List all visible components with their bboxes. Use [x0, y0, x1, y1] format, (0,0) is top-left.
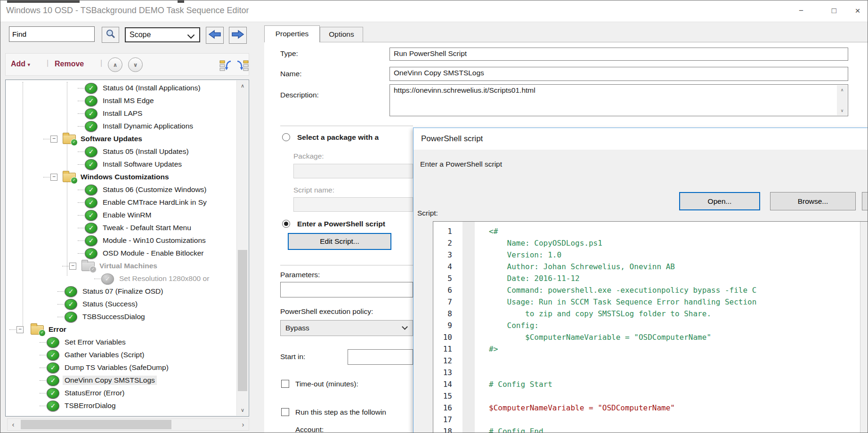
description-scrollbar[interactable]: ∧ ∨ — [837, 85, 847, 115]
tab-properties[interactable]: Properties — [264, 25, 320, 42]
tree-vertical-scrollbar[interactable]: ∧ ∨ — [236, 80, 248, 416]
clipped-button[interactable] — [862, 192, 868, 210]
scrollbar-thumb[interactable] — [21, 420, 171, 429]
minimize-button[interactable]: − — [791, 3, 811, 18]
scroll-right-icon[interactable]: › — [237, 419, 249, 430]
tree-item[interactable]: ✓TSBSuccessDialog — [6, 311, 236, 323]
editor-vertical-scrollbar[interactable] — [860, 222, 868, 433]
tree-item[interactable]: −✓Virtual Machines — [6, 260, 236, 273]
script-line: 18# Config End — [433, 425, 860, 433]
tree-item[interactable]: −✓Error — [6, 323, 236, 336]
tree-item[interactable]: −✓Windows Customizations — [6, 171, 236, 184]
tree-item-label: Dump TS Variables (SafeDump) — [63, 363, 170, 372]
tree-item[interactable]: ✓Tweak - Default Start Menu — [6, 222, 236, 234]
scroll-up-icon[interactable]: ∧ — [837, 85, 847, 95]
script-editor[interactable]: 1<#2 Name: CopyOSDLogs.ps13 Version: 1.0… — [433, 221, 868, 433]
script-name-label: Script name: — [293, 186, 334, 194]
scroll-left-icon[interactable]: ‹ — [8, 419, 19, 430]
run-as-checkbox[interactable] — [281, 408, 289, 416]
line-number: 11 — [433, 343, 452, 355]
scrollbar-thumb[interactable] — [238, 250, 247, 391]
line-number: 3 — [433, 249, 452, 261]
tree-item[interactable]: −✓Software Updates — [6, 133, 236, 145]
tree-item[interactable]: ✓Install Dynamic Applications — [6, 120, 236, 133]
navigate-forward-button[interactable] — [229, 27, 247, 44]
browse-button[interactable]: Browse... — [770, 192, 856, 210]
tree-item[interactable]: ✓Status 06 (Customize Windows) — [6, 184, 236, 196]
tree-connector-stub — [78, 101, 84, 101]
code-text: #> — [489, 343, 498, 355]
tree-item[interactable]: ✓Install LAPS — [6, 107, 236, 120]
description-label: Description: — [280, 91, 319, 99]
enter-script-radio[interactable] — [282, 220, 290, 228]
tree-item[interactable]: ✓Dump TS Variables (SafeDump) — [6, 361, 236, 374]
tree-item[interactable]: ✓StatusError (Error) — [6, 387, 236, 400]
forward-arrow-icon — [231, 30, 244, 41]
tree-horizontal-scrollbar[interactable]: ‹ › — [7, 418, 249, 431]
tree-item[interactable]: ✓OSD Module - Enable Bitlocker — [6, 247, 236, 260]
tree-item[interactable]: ✓Set Error Variables — [6, 336, 236, 349]
name-field[interactable]: OneVinn Copy SMSTSLogs — [389, 67, 848, 81]
name-label: Name: — [280, 70, 302, 78]
close-button[interactable]: × — [847, 3, 868, 18]
step-check-icon: ✓ — [85, 96, 97, 106]
execution-policy-dropdown[interactable]: Bypass — [280, 320, 413, 336]
tab-options[interactable]: Options — [320, 27, 363, 42]
tree-item[interactable]: ✓Set Resolution 1280x800 or — [6, 273, 236, 285]
parameters-field[interactable] — [280, 282, 413, 297]
tree-connector-stub — [40, 355, 46, 355]
start-in-field[interactable] — [348, 349, 413, 365]
scope-dropdown[interactable]: Scope — [125, 27, 200, 42]
collapse-group-box-icon[interactable]: − — [69, 263, 76, 270]
tree-item[interactable]: ✓TSBErrorDialog — [6, 400, 236, 412]
scroll-down-icon[interactable]: ∨ — [237, 405, 248, 416]
tree-item[interactable]: ✓Status 04 (Install Applications) — [6, 82, 236, 95]
background-window-edge — [178, 0, 184, 3]
tree-item[interactable]: ✓Module - Win10 Customizations — [6, 234, 236, 247]
edit-script-button[interactable]: Edit Script... — [288, 233, 391, 250]
scroll-up-icon[interactable]: ∧ — [237, 80, 248, 91]
find-input[interactable] — [9, 26, 95, 42]
tree-item-label: Install LAPS — [101, 109, 144, 118]
tree-item[interactable]: ✓Status (Success) — [6, 298, 236, 311]
tree-item-label: Windows Customizations — [79, 172, 171, 182]
collapse-group-box-icon[interactable]: − — [16, 326, 24, 333]
section-divider — [280, 265, 413, 265]
script-label: Script: — [417, 209, 438, 217]
tree-connector-stub — [78, 164, 84, 165]
execution-policy-value: Bypass — [285, 324, 309, 332]
tree-item[interactable]: ✓Status 05 (Install Updates) — [6, 145, 236, 158]
scroll-down-icon[interactable]: ∨ — [837, 106, 847, 115]
indent-step-icon[interactable] — [235, 59, 249, 72]
tree-item-label: Install Software Updates — [101, 160, 184, 169]
maximize-button[interactable]: □ — [824, 3, 844, 18]
timeout-checkbox[interactable] — [281, 380, 289, 388]
add-button[interactable]: Add ▾ — [11, 60, 30, 68]
tree-item[interactable]: ✓Enable CMTrace HardLink in Sy — [6, 196, 236, 209]
open-button[interactable]: Open... — [679, 192, 760, 210]
remove-button[interactable]: Remove — [55, 60, 84, 68]
select-package-radio[interactable] — [282, 133, 290, 141]
tree-item-label: Status (Success) — [81, 299, 139, 309]
tree-item[interactable]: ✓Enable WinRM — [6, 209, 236, 222]
navigate-back-button[interactable] — [206, 27, 224, 44]
tree-item-label: OneVinn Copy SMSTSLogs — [63, 376, 157, 385]
collapse-group-box-icon[interactable]: − — [50, 136, 57, 143]
tree-connector-stub — [43, 139, 50, 139]
step-check-icon: ✓ — [85, 210, 97, 221]
tree-item-label: TSBSuccessDialog — [81, 312, 147, 321]
tree-item[interactable]: ✓Gather Variables (Script) — [6, 349, 236, 361]
tree-item[interactable]: ✓Status 07 (Finalize OSD) — [6, 285, 236, 298]
tree-item[interactable]: ✓Install Software Updates — [6, 158, 236, 171]
search-button[interactable] — [102, 27, 119, 43]
outdent-step-icon[interactable] — [219, 59, 233, 72]
collapse-all-button[interactable]: ∧ — [108, 57, 122, 72]
code-text: # Config End — [489, 425, 544, 433]
tree-item[interactable]: ✓OneVinn Copy SMSTSLogs — [6, 374, 236, 387]
tree-item[interactable]: ✓Install MS Edge — [6, 95, 236, 107]
expand-all-button[interactable]: ∨ — [128, 57, 143, 72]
description-field[interactable]: https://onevinn.schrewelius.it/Scripts01… — [389, 84, 848, 116]
tree-connector-stub — [94, 279, 101, 279]
collapse-group-box-icon[interactable]: − — [50, 174, 57, 181]
line-number: 16 — [433, 402, 452, 414]
